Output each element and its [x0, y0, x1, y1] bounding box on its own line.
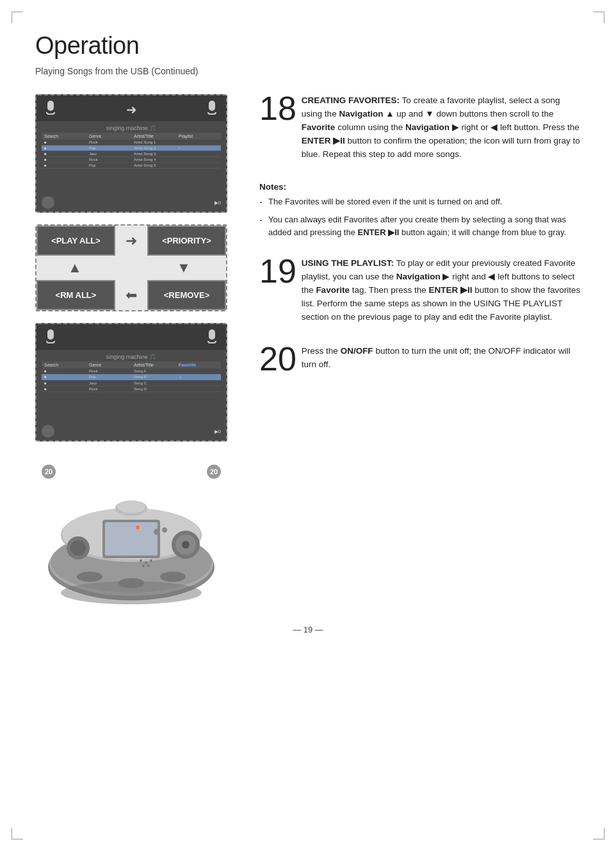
svg-point-9 — [182, 541, 190, 549]
svg-point-13 — [117, 500, 145, 513]
page-number: — 19 — — [35, 625, 581, 647]
badge-circle-left: 20 — [42, 465, 56, 479]
svg-point-16 — [150, 559, 152, 562]
badge-circle-right: 20 — [207, 465, 221, 479]
notes-section: Notes: The Favorites will be stored even… — [259, 182, 581, 239]
svg-rect-6 — [105, 522, 158, 556]
mic-icon-right-2 — [206, 329, 218, 347]
corner-mark-bl — [12, 828, 23, 839]
step-18-heading: CREATING FAVORITES: — [302, 95, 400, 105]
screen-top-bar: ➜ — [36, 95, 226, 121]
step-18-text: CREATING FAVORITES: To create a favorite… — [302, 94, 581, 161]
svg-point-11 — [70, 540, 86, 556]
svg-point-23 — [162, 527, 167, 533]
badge-left: 20 — [42, 465, 56, 479]
screen-mockup-1: ➜ singing machine 🎵 Search Genre Artist/… — [35, 94, 227, 213]
rm-all-button[interactable]: <RM ALL> — [36, 280, 115, 310]
table-row-2: ■RockSong A — [42, 368, 221, 374]
svg-point-18 — [147, 565, 150, 567]
enter-label-1: ENTER ▶II — [302, 136, 345, 145]
screen-content-2: singing machine 🎵 Search Genre Artist/Ti… — [36, 350, 226, 422]
enter-label-2: ENTER ▶II — [428, 285, 472, 295]
favorite-label-1: Favorite — [302, 122, 336, 132]
nav-row-mid: ▲ ▼ — [36, 256, 226, 280]
step-20-block: 20 Press the ON/OFF button to turn the u… — [259, 345, 581, 376]
mic-icon-left — [44, 101, 57, 119]
nav-arrow-right: ➜ — [115, 226, 147, 256]
up-arrow-area: ▲ — [36, 256, 113, 280]
device-image: 20 20 — [35, 458, 227, 612]
mic-icon-right — [206, 101, 218, 119]
step-19-number: 19 — [259, 254, 296, 288]
navigation-label-1: Navigation — [339, 109, 383, 119]
corner-mark-tr — [593, 12, 604, 23]
svg-point-19 — [77, 572, 102, 582]
screen-bottom-icon-2 — [42, 425, 54, 438]
favorite-label-2: Favorite — [316, 285, 350, 295]
svg-point-15 — [145, 561, 147, 564]
navigation-label-3: Navigation — [396, 272, 441, 281]
notes-title: Notes: — [259, 182, 581, 192]
table-row: ■JazzArtist Song 3 — [42, 151, 221, 157]
table-row: ■RockArtist Song 4 — [42, 157, 221, 163]
main-layout: ➜ singing machine 🎵 Search Genre Artist/… — [35, 94, 581, 612]
svg-point-21 — [160, 572, 186, 582]
right-column: 18 CREATING FAVORITES: To create a favor… — [259, 94, 581, 396]
table-row: ■PopArtist Song 2• — [42, 145, 221, 151]
step-19-text: USING THE PLAYLIST: To play or edit your… — [302, 257, 581, 324]
svg-point-22 — [154, 529, 160, 535]
note-item-2: You can always edit Favorites after you … — [259, 213, 581, 239]
priority-button[interactable]: <PRIORITY> — [147, 226, 226, 256]
arrow-right-icon: ➜ — [126, 102, 137, 117]
step-18-block: 18 CREATING FAVORITES: To create a favor… — [259, 94, 581, 161]
screen-table-header-2: Search Genre Artist/Title Favorite — [42, 361, 221, 368]
screen-mockup-2: singing machine 🎵 Search Genre Artist/Ti… — [35, 323, 227, 442]
corner-mark-tl — [12, 12, 23, 23]
screen-bottom-2: ▶0 — [36, 422, 226, 440]
screen-label-2: singing machine 🎵 — [42, 352, 221, 361]
down-arrow-area: ▼ — [145, 256, 222, 280]
svg-point-24 — [136, 525, 140, 529]
step-20-number: 20 — [259, 342, 296, 376]
col-search: Search — [44, 134, 84, 138]
page-title: Operation — [35, 32, 581, 60]
screen-status: ▶0 — [215, 200, 221, 206]
device-svg — [38, 458, 224, 606]
svg-point-14 — [140, 559, 142, 562]
left-column: ➜ singing machine 🎵 Search Genre Artist/… — [35, 94, 240, 612]
play-all-button[interactable]: <PLAY ALL> — [36, 226, 115, 256]
left-arrow-icon: ⬅ — [126, 287, 137, 304]
screen-top-bar-2 — [36, 324, 226, 350]
remove-button[interactable]: <REMOVE> — [147, 280, 226, 310]
mic-icon-left-2 — [44, 329, 57, 347]
table-row: ■PopArtist Song 5 — [42, 163, 221, 169]
svg-point-25 — [61, 581, 202, 604]
corner-mark-br — [593, 828, 604, 839]
navigation-label-2: Navigation — [405, 122, 450, 132]
nav-arrow-left: ⬅ — [115, 280, 147, 310]
screen-bottom-icon — [42, 196, 54, 209]
nav-row-top: <PLAY ALL> ➜ <PRIORITY> — [36, 226, 226, 256]
screen-status-2: ▶0 — [215, 429, 221, 434]
step-20-text: Press the ON/OFF button to turn the unit… — [302, 345, 581, 372]
subtitle: Playing Songs from the USB (Continued) — [35, 66, 581, 76]
note-item-1: The Favorites will be stored even if the… — [259, 195, 581, 208]
notes-list: The Favorites will be stored even if the… — [259, 195, 581, 239]
table-row-2: ■JazzSong C — [42, 381, 221, 386]
table-row-2: ■PopSong B★ — [42, 374, 221, 381]
step-18-number: 18 — [259, 92, 296, 125]
screen-table-header: Search Genre Artist/Title Playlist — [42, 133, 221, 140]
badge-right: 20 — [207, 465, 221, 479]
svg-point-17 — [142, 565, 145, 567]
col-genre: Genre — [89, 134, 129, 138]
col-playlist: Playlist — [179, 134, 218, 138]
screen-bottom: ▶0 — [36, 194, 226, 211]
table-row-2: ■RockSong D — [42, 386, 221, 392]
col-artist: Artist/Title — [134, 134, 174, 138]
table-row: ■RockArtist Song 1 — [42, 140, 221, 145]
enter-label-notes: ENTER ▶II — [358, 227, 400, 237]
screen-content: singing machine 🎵 Search Genre Artist/Ti… — [36, 121, 226, 194]
nav-controls-box: <PLAY ALL> ➜ <PRIORITY> ▲ ▼ <RM — [35, 224, 227, 311]
step-19-block: 19 USING THE PLAYLIST: To play or edit y… — [259, 257, 581, 324]
screen-label: singing machine 🎵 — [42, 124, 221, 133]
